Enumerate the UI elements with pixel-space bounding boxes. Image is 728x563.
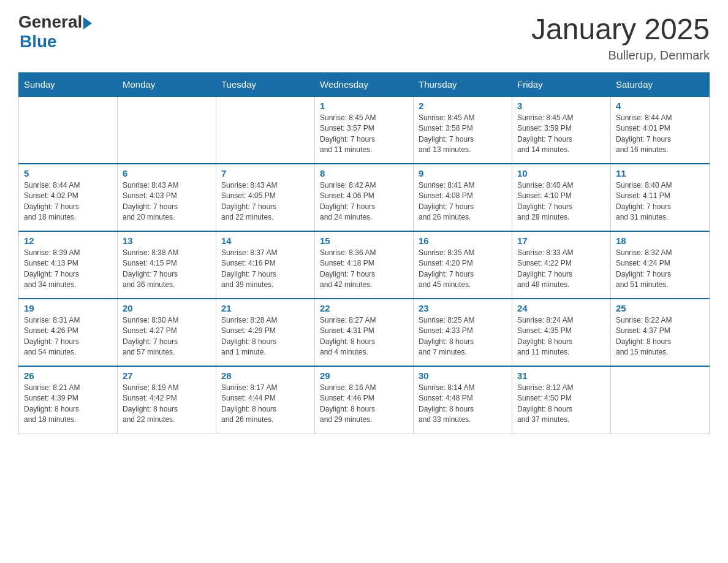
weekday-header-friday: Friday xyxy=(512,73,611,97)
day-info: Sunrise: 8:24 AM Sunset: 4:35 PM Dayligh… xyxy=(517,315,605,358)
calendar-cell: 26Sunrise: 8:21 AM Sunset: 4:39 PM Dayli… xyxy=(19,366,118,434)
day-number: 14 xyxy=(221,236,309,246)
day-number: 1 xyxy=(320,101,408,111)
day-number: 31 xyxy=(517,370,605,381)
calendar-cell: 17Sunrise: 8:33 AM Sunset: 4:22 PM Dayli… xyxy=(512,231,611,299)
day-info: Sunrise: 8:32 AM Sunset: 4:24 PM Dayligh… xyxy=(616,248,704,291)
calendar-cell: 15Sunrise: 8:36 AM Sunset: 4:18 PM Dayli… xyxy=(315,231,414,299)
day-info: Sunrise: 8:17 AM Sunset: 4:44 PM Dayligh… xyxy=(221,383,309,426)
calendar-cell: 2Sunrise: 8:45 AM Sunset: 3:58 PM Daylig… xyxy=(414,96,512,164)
calendar-cell: 13Sunrise: 8:38 AM Sunset: 4:15 PM Dayli… xyxy=(118,231,216,299)
calendar-cell: 18Sunrise: 8:32 AM Sunset: 4:24 PM Dayli… xyxy=(611,231,710,299)
day-info: Sunrise: 8:16 AM Sunset: 4:46 PM Dayligh… xyxy=(320,383,408,426)
day-info: Sunrise: 8:36 AM Sunset: 4:18 PM Dayligh… xyxy=(320,248,408,291)
calendar-cell: 12Sunrise: 8:39 AM Sunset: 4:13 PM Dayli… xyxy=(19,231,118,299)
day-number: 16 xyxy=(419,236,507,246)
logo-arrow-icon xyxy=(83,17,92,29)
day-number: 29 xyxy=(320,370,408,381)
day-number: 19 xyxy=(24,303,112,313)
calendar-cell: 19Sunrise: 8:31 AM Sunset: 4:26 PM Dayli… xyxy=(19,299,118,366)
weekday-header-wednesday: Wednesday xyxy=(315,73,414,97)
day-number: 9 xyxy=(419,168,507,178)
calendar-cell: 9Sunrise: 8:41 AM Sunset: 4:08 PM Daylig… xyxy=(414,164,512,231)
day-number: 6 xyxy=(123,168,211,178)
day-info: Sunrise: 8:44 AM Sunset: 4:02 PM Dayligh… xyxy=(24,180,112,223)
title-section: January 2025 Bullerup, Denmark xyxy=(531,12,710,63)
day-number: 20 xyxy=(123,303,211,313)
day-number: 12 xyxy=(24,236,112,246)
day-info: Sunrise: 8:14 AM Sunset: 4:48 PM Dayligh… xyxy=(419,383,507,426)
day-info: Sunrise: 8:22 AM Sunset: 4:37 PM Dayligh… xyxy=(616,315,704,358)
page-header: General Blue January 2025 Bullerup, Denm… xyxy=(18,12,710,63)
day-info: Sunrise: 8:27 AM Sunset: 4:31 PM Dayligh… xyxy=(320,315,408,358)
day-number: 21 xyxy=(221,303,309,313)
calendar-title: January 2025 xyxy=(531,12,710,46)
day-info: Sunrise: 8:25 AM Sunset: 4:33 PM Dayligh… xyxy=(419,315,507,358)
day-info: Sunrise: 8:40 AM Sunset: 4:11 PM Dayligh… xyxy=(616,180,704,223)
calendar-cell: 7Sunrise: 8:43 AM Sunset: 4:05 PM Daylig… xyxy=(216,164,315,231)
day-info: Sunrise: 8:43 AM Sunset: 4:03 PM Dayligh… xyxy=(123,180,211,223)
weekday-header-sunday: Sunday xyxy=(19,73,118,97)
day-number: 22 xyxy=(320,303,408,313)
day-info: Sunrise: 8:37 AM Sunset: 4:16 PM Dayligh… xyxy=(221,248,309,291)
calendar-cell xyxy=(216,96,315,164)
calendar-subtitle: Bullerup, Denmark xyxy=(531,48,710,63)
day-info: Sunrise: 8:21 AM Sunset: 4:39 PM Dayligh… xyxy=(24,383,112,426)
calendar-cell xyxy=(611,366,710,434)
calendar-cell: 6Sunrise: 8:43 AM Sunset: 4:03 PM Daylig… xyxy=(118,164,216,231)
day-info: Sunrise: 8:33 AM Sunset: 4:22 PM Dayligh… xyxy=(517,248,605,291)
calendar-cell: 21Sunrise: 8:28 AM Sunset: 4:29 PM Dayli… xyxy=(216,299,315,366)
day-number: 26 xyxy=(24,370,112,381)
weekday-header-thursday: Thursday xyxy=(414,73,512,97)
calendar-cell xyxy=(19,96,118,164)
calendar-cell: 16Sunrise: 8:35 AM Sunset: 4:20 PM Dayli… xyxy=(414,231,512,299)
calendar-cell: 27Sunrise: 8:19 AM Sunset: 4:42 PM Dayli… xyxy=(118,366,216,434)
calendar-cell: 31Sunrise: 8:12 AM Sunset: 4:50 PM Dayli… xyxy=(512,366,611,434)
day-number: 13 xyxy=(123,236,211,246)
day-info: Sunrise: 8:42 AM Sunset: 4:06 PM Dayligh… xyxy=(320,180,408,223)
day-number: 28 xyxy=(221,370,309,381)
day-info: Sunrise: 8:45 AM Sunset: 3:58 PM Dayligh… xyxy=(419,113,507,156)
day-info: Sunrise: 8:28 AM Sunset: 4:29 PM Dayligh… xyxy=(221,315,309,358)
weekday-header-monday: Monday xyxy=(118,73,216,97)
day-info: Sunrise: 8:12 AM Sunset: 4:50 PM Dayligh… xyxy=(517,383,605,426)
calendar-cell: 22Sunrise: 8:27 AM Sunset: 4:31 PM Dayli… xyxy=(315,299,414,366)
day-info: Sunrise: 8:43 AM Sunset: 4:05 PM Dayligh… xyxy=(221,180,309,223)
calendar-cell: 28Sunrise: 8:17 AM Sunset: 4:44 PM Dayli… xyxy=(216,366,315,434)
logo-blue: Blue xyxy=(20,32,92,52)
calendar-cell: 11Sunrise: 8:40 AM Sunset: 4:11 PM Dayli… xyxy=(611,164,710,231)
day-number: 7 xyxy=(221,168,309,178)
calendar-cell: 14Sunrise: 8:37 AM Sunset: 4:16 PM Dayli… xyxy=(216,231,315,299)
day-number: 18 xyxy=(616,236,704,246)
day-number: 24 xyxy=(517,303,605,313)
day-info: Sunrise: 8:35 AM Sunset: 4:20 PM Dayligh… xyxy=(419,248,507,291)
calendar-cell xyxy=(118,96,216,164)
day-number: 17 xyxy=(517,236,605,246)
weekday-header-saturday: Saturday xyxy=(611,73,710,97)
day-info: Sunrise: 8:39 AM Sunset: 4:13 PM Dayligh… xyxy=(24,248,112,291)
day-info: Sunrise: 8:44 AM Sunset: 4:01 PM Dayligh… xyxy=(616,113,704,156)
day-number: 27 xyxy=(123,370,211,381)
day-info: Sunrise: 8:31 AM Sunset: 4:26 PM Dayligh… xyxy=(24,315,112,358)
day-number: 3 xyxy=(517,101,605,111)
calendar-cell: 4Sunrise: 8:44 AM Sunset: 4:01 PM Daylig… xyxy=(611,96,710,164)
day-number: 5 xyxy=(24,168,112,178)
day-info: Sunrise: 8:45 AM Sunset: 3:57 PM Dayligh… xyxy=(320,113,408,156)
day-number: 4 xyxy=(616,101,704,111)
calendar-cell: 5Sunrise: 8:44 AM Sunset: 4:02 PM Daylig… xyxy=(19,164,118,231)
calendar-cell: 30Sunrise: 8:14 AM Sunset: 4:48 PM Dayli… xyxy=(414,366,512,434)
day-info: Sunrise: 8:45 AM Sunset: 3:59 PM Dayligh… xyxy=(517,113,605,156)
calendar-cell: 20Sunrise: 8:30 AM Sunset: 4:27 PM Dayli… xyxy=(118,299,216,366)
calendar-cell: 29Sunrise: 8:16 AM Sunset: 4:46 PM Dayli… xyxy=(315,366,414,434)
day-number: 15 xyxy=(320,236,408,246)
day-info: Sunrise: 8:30 AM Sunset: 4:27 PM Dayligh… xyxy=(123,315,211,358)
calendar-table: SundayMondayTuesdayWednesdayThursdayFrid… xyxy=(18,72,710,434)
calendar-cell: 24Sunrise: 8:24 AM Sunset: 4:35 PM Dayli… xyxy=(512,299,611,366)
day-number: 25 xyxy=(616,303,704,313)
calendar-cell: 25Sunrise: 8:22 AM Sunset: 4:37 PM Dayli… xyxy=(611,299,710,366)
day-number: 8 xyxy=(320,168,408,178)
day-number: 11 xyxy=(616,168,704,178)
day-number: 23 xyxy=(419,303,507,313)
day-info: Sunrise: 8:40 AM Sunset: 4:10 PM Dayligh… xyxy=(517,180,605,223)
calendar-cell: 10Sunrise: 8:40 AM Sunset: 4:10 PM Dayli… xyxy=(512,164,611,231)
